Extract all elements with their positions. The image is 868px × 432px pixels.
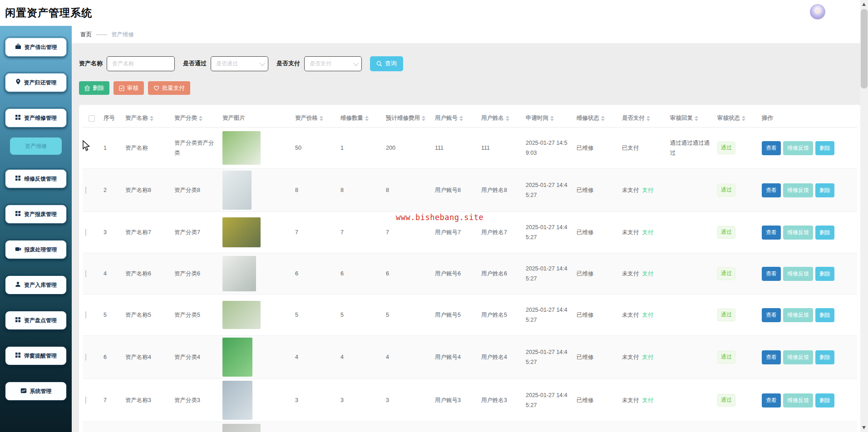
pay-link[interactable]: 支付 (642, 270, 654, 277)
view-button[interactable]: 查看 (762, 308, 781, 322)
feedback-button[interactable]: 维修反馈 (783, 267, 813, 281)
feedback-button[interactable]: 维修反馈 (783, 350, 813, 364)
breadcrumb-home[interactable]: 首页 (80, 31, 92, 39)
sidebar-item-button[interactable]: 资产入库管理 (5, 276, 66, 294)
scroll-up-icon[interactable] (862, 3, 866, 6)
pay-link[interactable]: 支付 (642, 312, 654, 318)
column-header-预计维修费用[interactable]: 预计维修费用 (383, 114, 432, 122)
sidebar-item-资产维修管理[interactable]: 资产维修管理 (4, 108, 68, 128)
sort-caret-icon[interactable] (506, 116, 509, 121)
feedback-button[interactable]: 维修反馈 (783, 141, 813, 155)
asset-photo[interactable] (222, 338, 252, 377)
column-header-维修状态[interactable]: 维修状态 (574, 114, 619, 122)
scroll-down-icon[interactable] (862, 426, 866, 429)
column-header-资产价格[interactable]: 资产价格 (292, 114, 338, 122)
pay-link[interactable]: 支付 (642, 229, 654, 236)
asset-name-input[interactable] (107, 56, 175, 71)
sidebar-item-button[interactable]: 资产维修管理 (5, 109, 66, 127)
sort-caret-icon[interactable] (150, 116, 153, 121)
sidebar-item-资产入库管理[interactable]: 资产入库管理 (4, 275, 68, 295)
feedback-button[interactable]: 维修反馈 (783, 308, 813, 322)
sidebar-item-维修反馈管理[interactable]: 维修反馈管理 (4, 168, 68, 189)
row-checkbox[interactable] (85, 229, 86, 236)
sidebar-item-弹窗提醒管理[interactable]: 弹窗提醒管理 (4, 345, 68, 366)
row-delete-button[interactable]: 删除 (815, 308, 834, 322)
feedback-button[interactable]: 维修反馈 (783, 183, 813, 197)
sidebar-item-button[interactable]: 弹窗提醒管理 (5, 347, 66, 365)
row-checkbox[interactable] (85, 397, 86, 404)
column-header-是否支付[interactable]: 是否支付 (619, 114, 667, 122)
asset-photo[interactable] (222, 381, 252, 420)
sort-caret-icon[interactable] (550, 116, 554, 121)
sidebar-item-资产报废管理[interactable]: 资产报废管理 (4, 204, 68, 225)
column-header-用户姓名[interactable]: 用户姓名 (478, 114, 523, 122)
sort-caret-icon[interactable] (646, 116, 650, 121)
sort-caret-icon[interactable] (422, 116, 425, 121)
asset-photo[interactable] (222, 171, 252, 210)
audit-button[interactable]: 审核 (113, 81, 144, 95)
row-delete-button[interactable]: 删除 (815, 226, 834, 240)
column-header-审核状态[interactable]: 审核状态 (715, 114, 759, 122)
sidebar-item-button[interactable]: 资产报废管理 (5, 205, 66, 223)
view-button[interactable]: 查看 (762, 141, 781, 155)
column-header-维修数量[interactable]: 维修数量 (338, 114, 383, 122)
view-button[interactable]: 查看 (762, 393, 781, 407)
scrollbar-thumb[interactable] (861, 9, 868, 88)
row-delete-button[interactable]: 删除 (815, 393, 834, 407)
asset-photo[interactable] (222, 424, 261, 432)
pay-link[interactable]: 支付 (642, 397, 654, 403)
row-checkbox[interactable] (85, 353, 86, 361)
sidebar-item-资产归还管理[interactable]: 资产归还管理 (4, 72, 68, 93)
column-header-资产名称[interactable]: 资产名称 (123, 114, 172, 122)
column-header-用户账号[interactable]: 用户账号 (432, 114, 478, 122)
row-delete-button[interactable]: 删除 (815, 267, 834, 281)
row-checkbox[interactable] (85, 187, 86, 194)
pay-link[interactable]: 支付 (642, 187, 654, 193)
sidebar-item-button[interactable]: 资产归还管理 (5, 74, 66, 92)
asset-photo[interactable] (222, 217, 261, 247)
view-button[interactable]: 查看 (762, 350, 781, 364)
view-button[interactable]: 查看 (762, 226, 781, 240)
sidebar-item-button[interactable]: 资产借出管理 (5, 38, 66, 56)
sidebar-item-button[interactable]: 维修反馈管理 (5, 170, 66, 188)
row-delete-button[interactable]: 删除 (815, 183, 834, 197)
asset-photo[interactable] (222, 131, 261, 165)
asset-photo[interactable] (222, 256, 256, 291)
sidebar-item-button[interactable]: 系统管理 (5, 382, 66, 400)
column-header-申请时间[interactable]: 申请时间 (523, 114, 574, 122)
row-delete-button[interactable]: 删除 (815, 141, 834, 155)
row-checkbox[interactable] (85, 311, 86, 319)
search-button[interactable]: 查询 (370, 56, 403, 71)
sort-caret-icon[interactable] (459, 116, 463, 121)
pay-filter-select[interactable]: 是否支付 (304, 56, 362, 71)
row-checkbox[interactable] (85, 270, 86, 277)
sort-caret-icon[interactable] (695, 116, 698, 121)
column-header-资产分类[interactable]: 资产分类 (172, 114, 220, 122)
select-all-checkbox[interactable] (89, 115, 95, 122)
vertical-scrollbar[interactable] (860, 0, 868, 432)
sort-caret-icon[interactable] (742, 116, 745, 121)
sort-caret-icon[interactable] (199, 116, 202, 121)
sidebar-item-报废处理管理[interactable]: 报废处理管理 (4, 239, 68, 260)
sort-caret-icon[interactable] (365, 116, 369, 121)
view-button[interactable]: 查看 (762, 267, 781, 281)
sort-caret-icon[interactable] (320, 116, 323, 121)
asset-photo[interactable] (222, 301, 261, 329)
pass-filter-select[interactable]: 是否通过 (211, 56, 268, 71)
sidebar-item-资产盘点管理[interactable]: 资产盘点管理 (4, 310, 68, 331)
sidebar-item-系统管理[interactable]: 系统管理 (4, 381, 68, 402)
sidebar-item-资产借出管理[interactable]: 资产借出管理 (4, 37, 68, 58)
feedback-button[interactable]: 维修反馈 (783, 226, 813, 240)
user-avatar[interactable] (810, 4, 825, 20)
feedback-button[interactable]: 维修反馈 (783, 393, 813, 407)
row-delete-button[interactable]: 删除 (815, 350, 834, 364)
view-button[interactable]: 查看 (762, 183, 781, 197)
sidebar-item-button[interactable]: 报废处理管理 (5, 241, 66, 259)
batch-pay-button[interactable]: 批量支付 (148, 81, 190, 95)
pay-link[interactable]: 支付 (642, 354, 654, 360)
delete-button[interactable]: 删除 (79, 81, 109, 95)
sidebar-subitem-资产维修[interactable]: 资产维修 (10, 137, 62, 155)
sort-caret-icon[interactable] (601, 116, 605, 121)
sidebar-item-button[interactable]: 资产盘点管理 (5, 311, 66, 329)
column-header-审核回复[interactable]: 审核回复 (667, 114, 715, 122)
